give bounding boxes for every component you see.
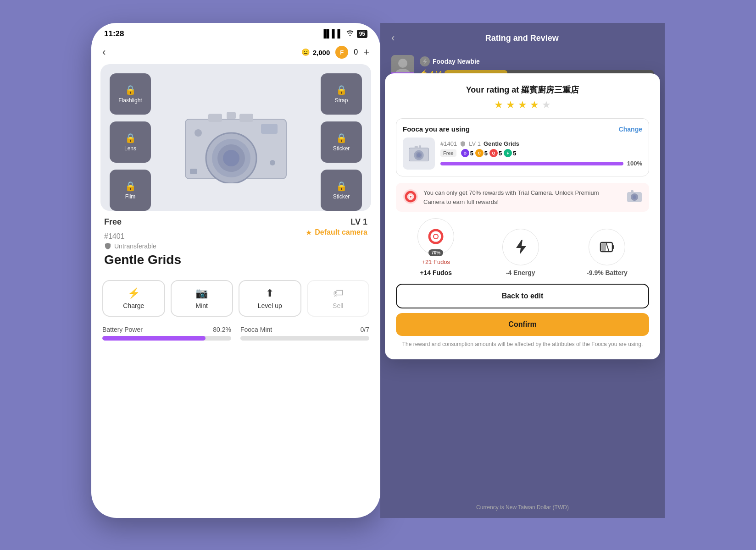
svg-rect-3 xyxy=(239,114,253,122)
svg-rect-17 xyxy=(419,145,421,148)
camera-area: 🔒 Flashlight 🔒 Strap xyxy=(100,64,371,211)
strap-button[interactable]: 🔒 Strap xyxy=(321,73,362,115)
fooca-progress-pct: 100% xyxy=(627,160,642,167)
fudos-reward: 70% +21 Fudos +14 Fudos xyxy=(417,218,454,276)
sticker-bot-button[interactable]: 🔒 Sticker xyxy=(321,170,362,211)
attr-b-circle: B xyxy=(461,149,469,157)
lens-button[interactable]: 🔒 Lens xyxy=(110,121,151,163)
confirm-button[interactable]: Confirm xyxy=(396,313,649,336)
svg-rect-4 xyxy=(261,124,278,134)
stats-row: Battery Power 80.2% Fooca Mint 0/7 xyxy=(102,326,369,341)
back-to-edit-button[interactable]: Back to edit xyxy=(396,284,649,308)
fooca-inner: #1401 LV 1 Gentle Grids Free B 5 xyxy=(403,138,642,170)
camera-id: #1401 xyxy=(104,232,125,241)
fooca-progress-row: 100% xyxy=(440,160,642,167)
user-level: Fooday Newbie xyxy=(420,56,654,66)
mint-bar xyxy=(240,336,369,341)
warning-text: You can only get 70% rewards with Trial … xyxy=(423,188,622,206)
flashlight-button[interactable]: 🔒 Flashlight xyxy=(110,73,151,115)
bolt-icon xyxy=(422,58,428,65)
default-badge: ★ Default camera xyxy=(306,228,367,237)
status-time: 11:28 xyxy=(104,29,124,38)
svg-point-10 xyxy=(270,160,275,165)
fooca-details: #1401 LV 1 Gentle Grids Free B 5 xyxy=(440,140,642,167)
right-panel-title: Rating and Review xyxy=(400,33,644,43)
left-phone: 11:28 ▐▌▌▌ 95 ‹ 😐 2,000 F 0 + xyxy=(91,23,380,518)
level-label: LV 1 xyxy=(350,217,367,227)
svg-rect-2 xyxy=(227,112,236,119)
level-circle xyxy=(420,56,430,66)
svg-point-27 xyxy=(633,195,636,199)
lock-icon: 🔒 xyxy=(336,132,347,143)
star-1[interactable]: ★ xyxy=(494,99,503,110)
wifi-icon xyxy=(346,29,354,38)
right-footer: Currency is New Taiwan Dollar (TWD) xyxy=(380,504,665,511)
fooca-progress-fill xyxy=(440,162,623,165)
rating-modal: Your rating at 羅賓廚房三重店 ★ ★ ★ ★ ★ Fooca y… xyxy=(385,73,660,359)
charge-icon: ⚡ xyxy=(128,287,140,299)
mint-button[interactable]: 📷 Mint xyxy=(171,280,233,317)
modal-footnote: The reward and consumption amounts will … xyxy=(396,341,649,348)
phone-header: ‹ 😐 2,000 F 0 + xyxy=(91,42,380,64)
fooca-camera-image xyxy=(405,142,433,165)
fooca-thumbnail xyxy=(403,138,435,170)
camera-preview-icon xyxy=(626,188,643,205)
coin-amount: 2,000 xyxy=(313,49,330,56)
emotion-icon: 😐 xyxy=(301,48,310,56)
change-button[interactable]: Change xyxy=(619,126,642,133)
camera-info: #1401 ★ Default camera Untransferable Ge… xyxy=(91,231,380,280)
sell-icon: 🏷 xyxy=(333,287,343,299)
star-4[interactable]: ★ xyxy=(530,99,539,110)
sticker-top-button[interactable]: 🔒 Sticker xyxy=(321,121,362,163)
free-badge: Free xyxy=(440,149,456,157)
fudos-new-label: +14 Fudos xyxy=(420,269,452,276)
warning-icon xyxy=(402,188,419,205)
svg-rect-33 xyxy=(601,243,606,251)
right-header: ‹ Rating and Review xyxy=(380,23,665,51)
plus-button[interactable]: + xyxy=(363,46,369,58)
attr-b: B 5 xyxy=(461,149,473,157)
film-button[interactable]: 🔒 Film xyxy=(110,170,151,211)
right-back-button[interactable]: ‹ xyxy=(391,32,395,44)
svg-point-30 xyxy=(434,234,438,239)
svg-point-20 xyxy=(417,153,421,157)
level-up-button[interactable]: ⬆ Level up xyxy=(239,280,301,317)
battery-stat: Battery Power 80.2% xyxy=(102,326,231,341)
star-5[interactable]: ★ xyxy=(542,99,551,110)
default-label: Default camera xyxy=(315,228,367,236)
svg-rect-11 xyxy=(190,169,197,174)
fooca-label: Fooca you are using xyxy=(403,125,470,133)
right-panel: ‹ Rating and Review 100% xyxy=(380,23,665,518)
fudos-icon-circle: 70% xyxy=(417,218,454,255)
svg-point-24 xyxy=(410,196,411,198)
star-3[interactable]: ★ xyxy=(518,99,527,110)
tier-label: Free xyxy=(104,217,122,227)
modal-title: Your rating at 羅賓廚房三重店 xyxy=(396,84,649,95)
battery-label: -9.9% Battery xyxy=(587,269,628,276)
charge-button[interactable]: ⚡ Charge xyxy=(102,280,165,317)
fooca-attrs: Free B 5 C 5 Q 5 xyxy=(440,149,642,157)
lock-icon: 🔒 xyxy=(125,181,136,192)
fooca-level: LV 1 xyxy=(469,140,481,147)
battery-bar-fill xyxy=(102,336,206,341)
svg-rect-28 xyxy=(631,190,634,193)
energy-icon-circle xyxy=(502,229,539,265)
battery-icon-circle xyxy=(589,229,625,265)
star-icon: ★ xyxy=(306,228,312,237)
f-coin-badge: F xyxy=(335,46,348,59)
star-2[interactable]: ★ xyxy=(506,99,515,110)
battery-bar xyxy=(102,336,231,341)
stats-area: Battery Power 80.2% Fooca Mint 0/7 xyxy=(91,326,380,341)
shield-icon-small xyxy=(460,141,466,147)
user-name: Fooday Newbie xyxy=(433,58,480,65)
shield-icon xyxy=(104,242,111,250)
fooca-id-row: #1401 LV 1 Gentle Grids xyxy=(440,140,642,147)
lock-icon: 🔒 xyxy=(125,84,136,95)
fudos-icon xyxy=(427,227,445,246)
energy-bolt-icon xyxy=(512,239,529,255)
energy-reward: -4 Energy xyxy=(502,229,539,276)
back-button[interactable]: ‹ xyxy=(102,46,106,58)
attr-q-circle: Q xyxy=(489,149,498,157)
sell-button: 🏷 Sell xyxy=(307,280,370,317)
header-right: 😐 2,000 F 0 + xyxy=(301,46,369,59)
